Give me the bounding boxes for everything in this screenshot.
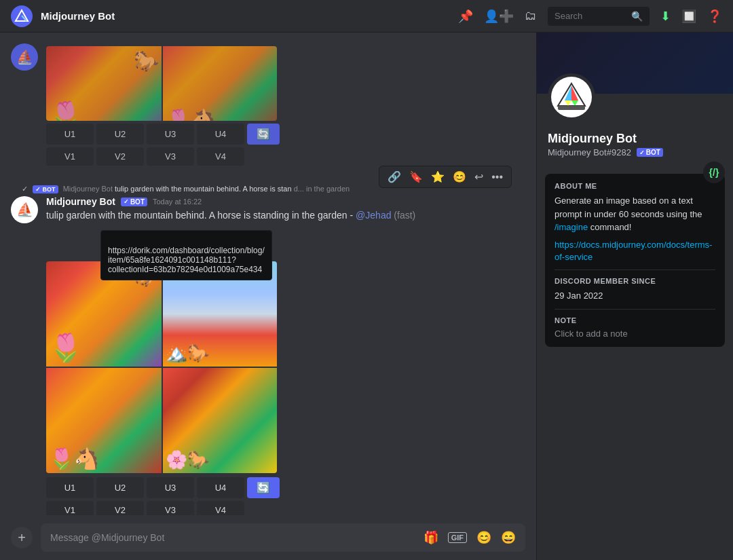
emoji-picker-icon[interactable]: 😄 [501,530,516,545]
btn-v2-main[interactable]: V2 [96,501,144,515]
btn-v1[interactable]: V1 [46,147,94,166]
image-grid-main [46,261,277,473]
apps-icon[interactable]: 🔲 [681,9,696,24]
check-icon: ✓ [124,198,129,205]
mention: @Jehad [356,210,391,221]
message-content-partial: U1 U2 U3 U4 🔄 V1 V2 V3 V4 [46,43,525,166]
btn-refresh-main[interactable]: 🔄 [247,477,280,498]
pin-icon[interactable]: 📌 [458,9,473,24]
reply-ref: ✓ ✓ BOT Midjourney Bot tulip garden with… [11,185,525,193]
server-logo [11,5,33,27]
profile-name: Midjourney Bot [548,132,637,146]
image-grid-partial [46,46,277,121]
svg-marker-7 [565,100,571,106]
btn-u1-main[interactable]: U1 [46,477,94,498]
tooltip-url: https://dorik.com/dashboard/collection/b… [108,246,265,274]
about-me-section: ABOUT ME Generate an image based on a te… [555,182,715,263]
topbar: Midjourney Bot 📌 👤➕ 🗂 🔍 ⬇ 🔲 ❓ [0,0,733,33]
sticker-icon[interactable]: 😊 [476,530,491,545]
note-label: NOTE [555,316,715,324]
message-input[interactable] [50,532,417,543]
profile-info: Midjourney Bot Midjourney Bot#9282 ✓ BOT [537,121,733,168]
profile-card: ABOUT ME Generate an image based on a te… [545,174,725,347]
star-icon[interactable]: ⭐ [428,169,447,185]
terms-link[interactable]: https://docs.midjourney.com/docs/terms-o… [555,240,712,262]
divider-1 [555,269,715,270]
inbox-icon[interactable]: 🗂 [525,9,537,23]
img-bottom-right [163,368,277,473]
divider-2 [555,309,715,310]
member-since-section: DISCORD MEMBER SINCE 29 Jan 2022 [555,277,715,303]
reply-ref-text: ✓ ✓ BOT Midjourney Bot tulip garden with… [22,185,350,193]
btn-v2[interactable]: V2 [96,147,144,166]
main-layout: ⛵ U1 U2 U3 U4 🔄 [0,33,733,560]
command-highlight: /imagine [555,222,588,232]
bot-badge: ✓ BOT [121,198,147,206]
fast-tag: (fast) [394,210,415,221]
terms-link-container: https://docs.midjourney.com/docs/terms-o… [555,238,715,263]
message-body: Midjourney Bot ✓ BOT Today at 16:22 tuli… [46,196,525,515]
search-input[interactable] [555,11,626,21]
search-box[interactable]: 🔍 [548,7,650,26]
note-input[interactable]: Click to add a note [555,329,715,339]
avatar-image [551,77,592,117]
btn-u1[interactable]: U1 [46,124,94,145]
bookmark-icon[interactable]: 🔖 [407,169,426,185]
search-icon: 🔍 [631,11,643,22]
profile-panel: {/} Midjourney Bot Midjourney Bot#9282 ✓… [536,33,733,560]
message-row: ⛵ Midjourney Bot ✓ BOT Today at 16:22 tu… [11,196,525,515]
btn-v1-main[interactable]: V1 [46,501,94,515]
svg-rect-4 [558,106,585,110]
profile-avatar-section: {/} [537,94,733,121]
profile-avatar-container [548,73,595,121]
more-icon[interactable]: ••• [489,170,506,185]
reply-icon[interactable]: ↩ [472,169,486,185]
btn-u4-main[interactable]: U4 [197,477,244,498]
btn-row-u-partial: U1 U2 U3 U4 🔄 [46,124,525,145]
message-text: tulip garden with the mountain behind. A… [46,210,525,221]
img-2 [163,46,277,121]
note-section: NOTE Click to add a note [555,316,715,339]
messages-list: ⛵ U1 U2 U3 U4 🔄 [0,33,536,515]
add-member-icon[interactable]: 👤➕ [484,9,514,24]
svg-marker-8 [571,100,578,106]
chat-area: ⛵ U1 U2 U3 U4 🔄 [0,33,536,560]
gift-icon[interactable]: 🎁 [424,530,438,545]
profile-bot-badge: ✓ BOT [637,148,663,157]
btn-v3-main[interactable]: V3 [147,501,194,515]
profile-tag: Midjourney Bot#9282 [548,147,631,157]
btn-u4[interactable]: U4 [197,124,244,145]
btn-u2[interactable]: U2 [96,124,144,145]
add-attachment-button[interactable]: + [11,527,33,548]
message-main: ✓ ✓ BOT Midjourney Bot tulip garden with… [11,185,525,515]
btn-row-u-main: U1 U2 U3 U4 🔄 [46,477,525,498]
btn-u3[interactable]: U3 [147,124,194,145]
message-input-wrapper: 🎁 GIF 😊 😄 [41,523,525,552]
emoji-icon[interactable]: 😊 [450,169,469,185]
bot-avatar: ⛵ [11,196,38,223]
member-since-label: DISCORD MEMBER SINCE [555,277,715,285]
message-time: Today at 16:22 [153,198,202,206]
topbar-icons: 📌 👤➕ 🗂 🔍 ⬇ 🔲 ❓ [458,7,722,26]
profile-tag-row: Midjourney Bot#9282 ✓ BOT [548,147,722,157]
help-icon[interactable]: ❓ [707,9,722,24]
gif-button[interactable]: GIF [448,532,467,543]
btn-v4-main[interactable]: V4 [197,501,244,515]
message-input-area: + 🎁 GIF 😊 😄 [0,515,536,560]
about-me-label: ABOUT ME [555,182,715,190]
btn-u3-main[interactable]: U3 [147,477,194,498]
btn-row-v-partial: V1 V2 V3 V4 [46,147,525,166]
btn-v3[interactable]: V3 [147,147,194,166]
url-tooltip: https://dorik.com/dashboard/collection/b… [100,230,272,280]
about-me-text: Generate an image based on a text prompt… [555,194,715,234]
link-icon[interactable]: 🔗 [385,169,404,185]
code-icon[interactable]: {/} [703,162,725,183]
btn-v4[interactable]: V4 [197,147,244,166]
download-icon[interactable]: ⬇ [660,9,671,24]
input-icons: 🎁 GIF 😊 😄 [424,530,516,545]
profile-name-row: Midjourney Bot [548,132,722,146]
message-username: Midjourney Bot [46,196,115,207]
avatar: ⛵ [11,43,38,71]
btn-u2-main[interactable]: U2 [96,477,144,498]
btn-refresh-top[interactable]: 🔄 [247,124,280,145]
